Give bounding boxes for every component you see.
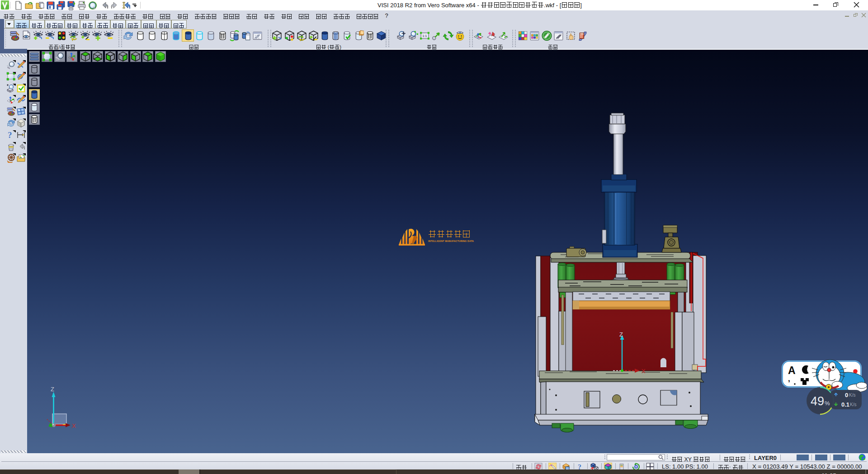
svg-text:49: 49 [811,394,824,408]
svg-text:X: X [72,422,76,429]
svg-text:Z: Z [619,331,623,338]
svg-text:K/s: K/s [850,402,856,407]
svg-text:0: 0 [845,392,848,398]
svg-text:,: , [788,374,790,383]
svg-text:0.1: 0.1 [841,401,849,408]
svg-text:?: ? [8,130,12,140]
svg-text:1:1: 1:1 [422,34,427,38]
svg-text:Z: Z [51,386,54,393]
svg-text:X: X [642,368,646,374]
svg-text:K/s: K/s [849,393,855,398]
svg-text:%: % [825,400,830,407]
